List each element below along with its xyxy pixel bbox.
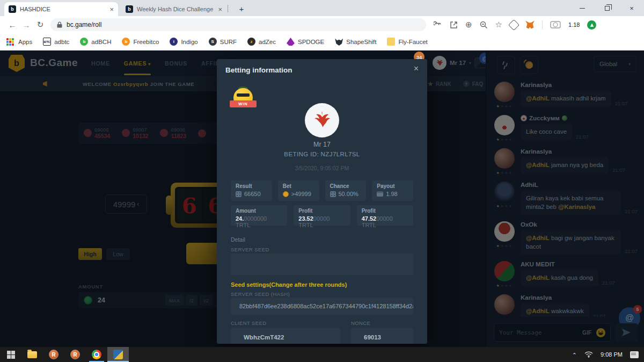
amount-currency: TRTL xyxy=(298,222,313,228)
client-seed-field[interactable] xyxy=(231,328,340,344)
bookmark-spdoge[interactable]: SPDOGE xyxy=(287,38,324,46)
start-button[interactable] xyxy=(0,347,21,362)
tab-title: Weekly Hash Dice Challenge - Se xyxy=(137,6,215,12)
amount-bold-part: 23.52 xyxy=(298,215,313,222)
bcgame-favicon-icon: b xyxy=(126,5,133,13)
stat-label: Bet xyxy=(283,183,314,189)
new-tab-button[interactable]: + xyxy=(235,3,248,16)
stat-card-chance: Chance50.00% xyxy=(325,180,367,201)
add-circle-icon[interactable]: ⊕ xyxy=(465,20,472,30)
amount-card-value: 24.0000000 TRTL xyxy=(236,215,282,228)
detail-label: Detail xyxy=(231,236,245,243)
amount-card-label: Profit xyxy=(362,208,408,214)
clock[interactable]: 9:08 PM xyxy=(601,351,623,358)
server-seed-field[interactable] xyxy=(231,254,413,275)
action-center-icon[interactable] xyxy=(630,351,639,358)
address-bar[interactable]: bc.game/roll xyxy=(50,18,426,31)
folder-icon xyxy=(27,351,37,358)
reload-button[interactable]: ↻ xyxy=(33,18,47,32)
nonce-field[interactable] xyxy=(351,328,413,344)
spdoge-icon xyxy=(287,38,295,46)
tab-weekly-challenge[interactable]: b Weekly Hash Dice Challenge - Se × xyxy=(121,2,226,16)
metamask-icon[interactable] xyxy=(525,21,535,29)
stat-label: Payout xyxy=(377,183,408,189)
bcgame-favicon-icon: b xyxy=(9,5,16,13)
password-key-icon[interactable] xyxy=(434,20,442,29)
file-explorer-button[interactable] xyxy=(21,347,43,362)
bookmark-label: Fly-Faucet xyxy=(398,39,427,45)
bet-stats-row: Result66650Bet>49999Chance50.00%Payout1.… xyxy=(231,180,413,201)
extension-cube-icon[interactable] xyxy=(508,19,519,30)
bookmark-shapeshift[interactable]: ShapeShift xyxy=(335,38,376,46)
zoom-out-icon[interactable] xyxy=(480,21,488,29)
fly-faucet-icon xyxy=(387,38,395,46)
tab-close-icon[interactable]: × xyxy=(109,5,114,13)
nano-extension-icon[interactable] xyxy=(550,21,561,28)
stat-label: Chance xyxy=(330,183,362,189)
window-restore-button[interactable] xyxy=(595,0,619,16)
back-button[interactable]: ← xyxy=(5,18,19,32)
tab-close-icon[interactable]: × xyxy=(218,5,222,13)
client-seed-label: CLIENT SEED xyxy=(231,320,267,326)
bet-datetime: 3/5/2020, 9:05:02 PM xyxy=(217,165,427,171)
amount-bold-part: 47.52 xyxy=(362,215,377,222)
bookmark-adbch[interactable]: badBCH xyxy=(80,38,111,46)
adzec-icon: z xyxy=(247,38,255,46)
betting-information-modal: Betting information × WIN Mr 17 BETING I… xyxy=(217,59,427,344)
bookmark-adzec[interactable]: zadZec xyxy=(247,38,276,46)
player-avatar xyxy=(305,103,339,137)
stat-value-row: 50.00% xyxy=(330,191,362,197)
extension-separator xyxy=(542,20,543,29)
url-text: bc.game/roll xyxy=(67,21,101,28)
bookmark-fly-faucet[interactable]: Fly-Faucet xyxy=(387,38,427,46)
bookmark-label: adBCH xyxy=(91,39,111,45)
bookmark-label: Indigo xyxy=(181,39,197,45)
stat-value: 66650 xyxy=(244,191,261,197)
seed-settings-heading: Seed settings(Change after three rounds) xyxy=(231,281,347,288)
sunglasses-icon xyxy=(237,93,250,97)
chrome-taskbar-button[interactable] xyxy=(86,347,107,362)
close-icon[interactable]: × xyxy=(414,64,419,74)
window-minimize-button[interactable] xyxy=(570,0,595,16)
server-seed-label: SERVER SEED xyxy=(231,247,269,252)
app-r2-button[interactable]: R xyxy=(64,347,86,362)
apps-grid-icon[interactable] xyxy=(6,38,14,46)
minimize-icon xyxy=(580,8,585,9)
amount-bold-part: 24. xyxy=(236,215,244,222)
tab-divider xyxy=(228,5,228,12)
tray-expand-icon[interactable]: ⌃ xyxy=(572,352,577,359)
tab-title: HASHDICE xyxy=(20,6,106,12)
lock-icon xyxy=(57,21,62,28)
forward-button[interactable]: → xyxy=(19,18,33,32)
browser-toolbar: ← → ↻ bc.game/roll ⊕ ☆ 1.18 ▲ xyxy=(0,16,644,33)
bookmark-label: SURF xyxy=(220,39,237,45)
app-r1-button[interactable]: R xyxy=(43,347,64,362)
uploader-extension-icon[interactable]: ▲ xyxy=(587,20,596,30)
restore-icon xyxy=(605,6,610,11)
bookmark-adbtc[interactable]: BTCadbtc xyxy=(43,38,69,46)
windows-taskbar: R R ⌃ 9:08 PM xyxy=(0,347,644,362)
bookmark-apps[interactable]: Apps xyxy=(18,39,32,45)
stat-value-row: 1.98 xyxy=(377,191,408,197)
betting-id: BETING ID: NZJ7LRL7SL xyxy=(217,151,427,157)
tab-hashdice[interactable]: b HASHDICE × xyxy=(4,2,118,16)
bookmark-star-icon[interactable]: ☆ xyxy=(495,20,502,30)
shapeshift-icon xyxy=(335,38,343,46)
server-seed-hash-label: SERVER SEED (HASH) xyxy=(231,291,290,297)
bookmark-indigo[interactable]: iIndigo xyxy=(170,38,197,46)
window-close-button[interactable]: × xyxy=(619,0,644,16)
stat-value: >49999 xyxy=(291,191,311,197)
server-seed-hash-field[interactable] xyxy=(231,298,413,315)
amount-card-value: 47.5200000 TRTL xyxy=(362,215,408,228)
r-app-icon: R xyxy=(70,350,80,359)
amount-dim-part: 00000 xyxy=(313,215,330,222)
stat-value-row: >49999 xyxy=(283,191,314,197)
open-in-new-icon[interactable] xyxy=(450,21,458,29)
amount-card-amount: Amount24.0000000 TRTL xyxy=(231,205,287,226)
focused-app-button[interactable] xyxy=(107,347,129,362)
bookmark-surf[interactable]: SSURF xyxy=(209,38,237,46)
bookmark-label: ShapeShift xyxy=(346,39,376,45)
win-badge: WIN xyxy=(231,88,255,113)
bookmark-freebitco[interactable]: bFreebitco xyxy=(122,38,159,46)
wifi-icon[interactable] xyxy=(584,351,593,358)
